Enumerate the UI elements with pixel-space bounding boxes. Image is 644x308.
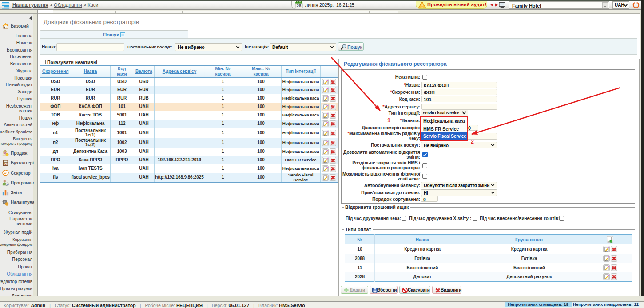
svg-text:28: 28: [297, 3, 302, 8]
